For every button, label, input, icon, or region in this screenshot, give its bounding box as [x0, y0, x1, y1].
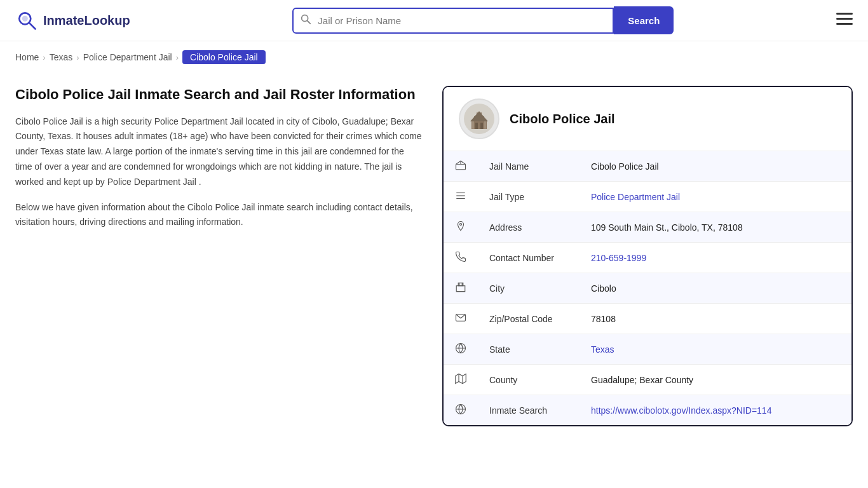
row-icon [444, 334, 478, 365]
breadcrumb-sep-2: › [76, 53, 79, 62]
hamburger-icon [836, 13, 853, 25]
svg-rect-18 [484, 120, 486, 129]
row-icon [444, 243, 478, 273]
main-layout: Cibolo Police Jail Inmate Search and Jai… [0, 73, 868, 439]
logo-text: InmateLookup [43, 13, 130, 28]
table-row: Contact Number 210-659-1999 [444, 243, 851, 273]
row-icon [444, 273, 478, 304]
contact-number-link[interactable]: 210-659-1999 [591, 253, 646, 263]
jail-info-card: Cibolo Police Jail Jail Name Cibolo Poli… [442, 86, 853, 426]
cell-value: Cibolo Police Jail [591, 161, 659, 172]
breadcrumb-sep-3: › [176, 53, 179, 62]
left-content: Cibolo Police Jail Inmate Search and Jai… [15, 86, 422, 240]
row-label: Address [478, 212, 580, 243]
cell-value: 78108 [591, 314, 616, 324]
svg-rect-20 [456, 165, 466, 170]
search-icon [294, 13, 318, 28]
info-table: Jail Name Cibolo Police Jail Jail Type P… [444, 151, 851, 425]
header: InmateLookup Search [0, 0, 868, 41]
svg-rect-13 [480, 123, 483, 129]
hamburger-menu-button[interactable] [836, 11, 853, 29]
row-icon [444, 151, 478, 182]
card-header: Cibolo Police Jail [444, 87, 851, 151]
breadcrumb-jail-type[interactable]: Police Department Jail [83, 52, 172, 62]
breadcrumb: Home › Texas › Police Department Jail › … [0, 41, 868, 73]
row-icon [444, 304, 478, 334]
row-value: https://www.cibolotx.gov/Index.aspx?NID=… [580, 395, 851, 426]
search-input-wrap [292, 8, 614, 34]
svg-rect-6 [836, 18, 853, 20]
row-value: Texas [580, 334, 851, 365]
svg-line-1 [29, 23, 36, 29]
svg-rect-7 [836, 23, 853, 25]
page-desc-1: Cibolo Police Jail is a high security Po… [15, 114, 422, 190]
svg-marker-34 [456, 374, 466, 384]
inmate-search-link[interactable]: https://www.cibolotx.gov/Index.aspx?NID=… [591, 405, 771, 416]
row-label: Zip/Postal Code [478, 304, 580, 334]
table-row: County Guadalupe; Bexar County [444, 365, 851, 395]
cell-value: 109 South Main St., Cibolo, TX, 78108 [591, 222, 743, 233]
row-icon [444, 212, 478, 243]
row-label: Jail Name [478, 151, 580, 182]
row-label: Contact Number [478, 243, 580, 273]
row-value: 109 South Main St., Cibolo, TX, 78108 [580, 212, 851, 243]
svg-point-25 [460, 224, 462, 226]
table-row: Jail Name Cibolo Police Jail [444, 151, 851, 182]
breadcrumb-texas[interactable]: Texas [50, 52, 73, 62]
row-label: Inmate Search [478, 395, 580, 426]
search-button[interactable]: Search [614, 6, 674, 34]
row-icon [444, 182, 478, 212]
jail-avatar [459, 98, 499, 139]
row-label: County [478, 365, 580, 395]
row-value: 78108 [580, 304, 851, 334]
cell-value: Cibolo [591, 283, 616, 294]
breadcrumb-current: Cibolo Police Jail [182, 50, 266, 64]
table-row: State Texas [444, 334, 851, 365]
row-label: State [478, 334, 580, 365]
svg-point-2 [22, 16, 28, 22]
svg-rect-17 [472, 120, 474, 129]
page-desc-2: Below we have given information about th… [15, 200, 422, 231]
state-link[interactable]: Texas [591, 344, 614, 355]
table-row: Jail Type Police Department Jail [444, 182, 851, 212]
row-label: City [478, 273, 580, 304]
breadcrumb-home[interactable]: Home [15, 52, 39, 62]
jail-card-title: Cibolo Police Jail [510, 112, 615, 126]
row-icon [444, 395, 478, 426]
table-row: Address 109 South Main St., Cibolo, TX, … [444, 212, 851, 243]
breadcrumb-sep-1: › [43, 53, 45, 62]
logo-icon [15, 9, 38, 32]
jail-type-link[interactable]: Police Department Jail [591, 192, 680, 202]
table-row: Inmate Search https://www.cibolotx.gov/I… [444, 395, 851, 426]
search-area: Search [292, 6, 674, 34]
row-value: 210-659-1999 [580, 243, 851, 273]
logo-link[interactable]: InmateLookup [15, 9, 130, 32]
building-icon [464, 104, 494, 134]
row-icon [444, 365, 478, 395]
row-value: Cibolo Police Jail [580, 151, 851, 182]
row-value: Guadalupe; Bexar County [580, 365, 851, 395]
svg-rect-5 [836, 13, 853, 15]
search-input[interactable] [318, 9, 613, 32]
svg-line-4 [308, 20, 311, 24]
row-label: Jail Type [478, 182, 580, 212]
page-title: Cibolo Police Jail Inmate Search and Jai… [15, 86, 422, 104]
row-value: Cibolo [580, 273, 851, 304]
table-row: Zip/Postal Code 78108 [444, 304, 851, 334]
row-value: Police Department Jail [580, 182, 851, 212]
svg-rect-26 [456, 286, 465, 292]
cell-value: Guadalupe; Bexar County [591, 375, 693, 385]
table-row: City Cibolo [444, 273, 851, 304]
svg-rect-12 [475, 123, 478, 129]
